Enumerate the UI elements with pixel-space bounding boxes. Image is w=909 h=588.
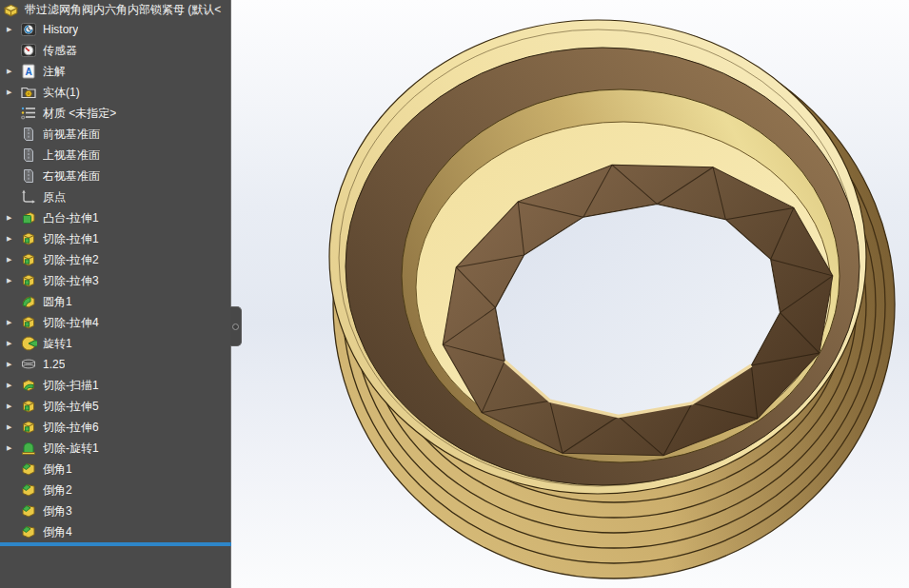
- expand-arrow[interactable]: ▶: [0, 61, 20, 82]
- tree-item-25-chamfer[interactable]: 倒角4: [0, 521, 230, 542]
- plane-icon: [20, 126, 37, 143]
- graphics-viewport: [231, 0, 909, 588]
- fillet-icon: [20, 293, 37, 310]
- annotations-icon: A: [20, 63, 37, 80]
- chamfer-icon: [20, 481, 37, 499]
- chamfer-icon: [20, 523, 37, 540]
- tree-item-1-history[interactable]: ▶ History: [0, 19, 230, 40]
- tree-item-7-plane[interactable]: 上视基准面: [0, 145, 230, 166]
- rollback-bar[interactable]: [0, 542, 231, 546]
- expand-arrow[interactable]: ▶: [0, 228, 20, 249]
- feature-tree-items: ▶ History 传感器 ▶ A 注解 ▶ 实体(1) 材质 <未指定> 前视…: [0, 19, 230, 542]
- tree-item-5-material[interactable]: 材质 <未指定>: [0, 103, 230, 124]
- tree-item-10-boss-extrude[interactable]: ▶ 凸台-拉伸1: [0, 207, 230, 228]
- material-icon: [20, 105, 37, 122]
- tree-item-11-cut-extrude[interactable]: ▶ 切除-拉伸1: [0, 228, 230, 249]
- chamfer-icon: [20, 502, 37, 519]
- cut-extrude-icon: [20, 230, 37, 247]
- tree-item-20-cut-extrude[interactable]: ▶ 切除-拉伸6: [0, 417, 230, 438]
- expand-arrow[interactable]: ▶: [0, 375, 20, 396]
- tree-item-4-solids-folder[interactable]: ▶ 实体(1): [0, 82, 230, 103]
- cut-sweep-icon: [20, 377, 37, 394]
- tree-item-12-cut-extrude[interactable]: ▶ 切除-拉伸2: [0, 249, 230, 270]
- tree-item-15-cut-extrude[interactable]: ▶ 切除-拉伸4: [0, 312, 230, 333]
- tree-item-16-revolve[interactable]: ▶ 旋转1: [0, 333, 230, 354]
- splitter-dot-icon: [232, 323, 239, 330]
- cut-extrude-icon: [20, 272, 37, 289]
- part-icon: [2, 1, 20, 19]
- tree-item-9-origin[interactable]: 原点: [0, 186, 230, 207]
- chamfer-icon: [20, 461, 37, 478]
- tree-item-22-chamfer[interactable]: 倒角1: [0, 459, 230, 480]
- tree-item-19-cut-extrude[interactable]: ▶ 切除-拉伸5: [0, 396, 230, 417]
- expand-arrow[interactable]: ▶: [0, 270, 20, 291]
- tree-item-2-sensors[interactable]: 传感器: [0, 40, 230, 61]
- origin-icon: [20, 188, 37, 206]
- tree-root-label: 带过滤网角阀内六角内部锁紧母 (默认<: [25, 2, 221, 18]
- tree-item-24-chamfer[interactable]: 倒角3: [0, 500, 230, 521]
- solids-folder-icon: [20, 84, 37, 101]
- panel-splitter-handle[interactable]: [230, 306, 242, 346]
- expand-arrow[interactable]: ▶: [0, 354, 20, 375]
- expand-arrow[interactable]: ▶: [0, 438, 20, 459]
- expand-arrow[interactable]: ▶: [0, 417, 20, 438]
- tree-item-17-helix[interactable]: ▶ 1.25: [0, 354, 230, 375]
- expand-arrow[interactable]: ▶: [0, 312, 20, 333]
- tree-item-8-plane[interactable]: 右视基准面: [0, 166, 230, 186]
- feature-tree: 带过滤网角阀内六角内部锁紧母 (默认< ▶ History 传感器 ▶ A 注解…: [0, 0, 230, 542]
- expand-arrow[interactable]: ▶: [0, 249, 20, 270]
- tree-item-23-chamfer[interactable]: 倒角2: [0, 480, 230, 500]
- tree-item-13-cut-extrude[interactable]: ▶ 切除-拉伸3: [0, 270, 230, 291]
- solidworks-window: 带过滤网角阀内六角内部锁紧母 (默认< ▶ History 传感器 ▶ A 注解…: [0, 0, 909, 588]
- cut-extrude-icon: [20, 398, 37, 415]
- expand-arrow[interactable]: ▶: [0, 207, 20, 228]
- tree-item-14-fillet[interactable]: 圆角1: [0, 291, 230, 312]
- tree-item-6-plane[interactable]: 前视基准面: [0, 124, 230, 145]
- revolve-icon: [20, 335, 37, 352]
- helix-icon: [20, 356, 37, 373]
- svg-text:A: A: [25, 67, 31, 77]
- tree-item-3-annotations[interactable]: ▶ A 注解: [0, 61, 230, 82]
- expand-arrow[interactable]: ▶: [0, 396, 20, 417]
- feature-manager-panel: 带过滤网角阀内六角内部锁紧母 (默认< ▶ History 传感器 ▶ A 注解…: [0, 0, 231, 588]
- cut-extrude-icon: [20, 251, 37, 268]
- history-icon: [20, 21, 37, 38]
- expand-arrow[interactable]: ▶: [0, 19, 20, 40]
- tree-item-21-cut-revolve[interactable]: ▶ 切除-旋转1: [0, 438, 230, 459]
- cut-extrude-icon: [20, 314, 37, 331]
- cut-revolve-icon: [20, 440, 37, 457]
- cut-extrude-icon: [20, 419, 37, 436]
- tree-item-18-cut-sweep[interactable]: ▶ 切除-扫描1: [0, 375, 230, 396]
- boss-extrude-icon: [20, 209, 37, 226]
- sensors-icon: [20, 42, 37, 59]
- plane-icon: [20, 147, 37, 164]
- plane-icon: [20, 167, 37, 185]
- expand-arrow[interactable]: ▶: [0, 82, 20, 103]
- expand-arrow[interactable]: ▶: [0, 333, 20, 354]
- tree-root-item[interactable]: 带过滤网角阀内六角内部锁紧母 (默认<: [0, 0, 230, 19]
